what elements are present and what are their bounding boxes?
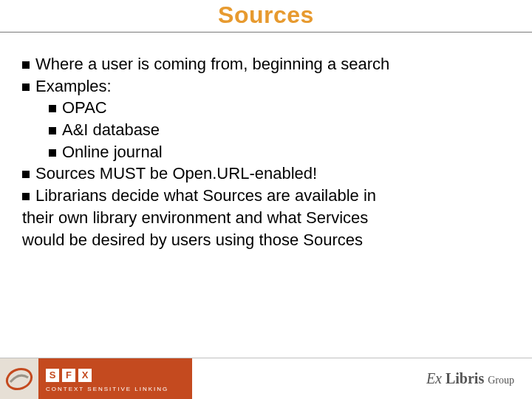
sfx-letters: S F X (46, 369, 168, 382)
bullet-text: Where a user is coming from, beginning a… (35, 55, 389, 73)
slide-body: Where a user is coming from, beginning a… (0, 33, 532, 250)
swirl-icon (4, 364, 34, 394)
slide: Sources Where a user is coming from, beg… (0, 0, 532, 399)
bullet-text: Librarians decide what Sources are avail… (35, 186, 376, 205)
svg-point-0 (4, 365, 34, 392)
swirl-logo (0, 358, 38, 399)
title-area: Sources (0, 0, 532, 30)
bullet-icon (49, 127, 56, 134)
sub-bullet-item: OPAC (22, 97, 510, 119)
bullet-text: A&I database (62, 120, 160, 139)
bullet-item: Librarians decide what Sources are avail… (22, 185, 510, 207)
bullet-icon (49, 105, 56, 112)
sfx-letter-f: F (62, 369, 75, 382)
bullet-text: OPAC (62, 98, 107, 117)
bullet-item: Examples: (22, 75, 510, 98)
sub-bullet-item: A&I database (22, 119, 510, 141)
bullet-continuation: would be desired by users using those So… (22, 229, 510, 251)
exlibris-logo: Ex Libris Group (426, 370, 514, 387)
sfx-letter-x: X (78, 369, 92, 382)
bullet-icon (49, 149, 56, 157)
bullet-icon (22, 83, 30, 91)
footer: S F X CONTEXT SENSITIVE LINKING Ex Libri… (0, 358, 532, 399)
exlibris-group: Group (488, 375, 514, 386)
sfx-letter-s: S (46, 369, 59, 382)
bullet-icon (22, 171, 30, 178)
footer-right-brand: Ex Libris Group (192, 358, 532, 399)
bullet-text: Online journal (62, 143, 163, 161)
slide-title: Sources (218, 1, 314, 30)
exlibris-libris: Libris (442, 370, 488, 386)
footer-left-brand: S F X CONTEXT SENSITIVE LINKING (0, 358, 192, 399)
bullet-item: Where a user is coming from, beginning a… (22, 53, 510, 75)
bullet-text: Examples: (35, 77, 112, 95)
bullet-continuation: their own library environment and what S… (22, 207, 510, 229)
bullet-item: Sources MUST be Open.URL-enabled! (22, 163, 510, 185)
sub-bullet-item: Online journal (22, 141, 510, 163)
exlibris-ex: Ex (426, 370, 442, 386)
sfx-tagline: CONTEXT SENSITIVE LINKING (46, 386, 168, 392)
footer-bar: S F X CONTEXT SENSITIVE LINKING Ex Libri… (0, 358, 532, 399)
bullet-text: Sources MUST be Open.URL-enabled! (35, 164, 317, 183)
sfx-logo: S F X CONTEXT SENSITIVE LINKING (38, 358, 168, 399)
bullet-icon (22, 193, 30, 200)
bullet-icon (22, 61, 30, 69)
